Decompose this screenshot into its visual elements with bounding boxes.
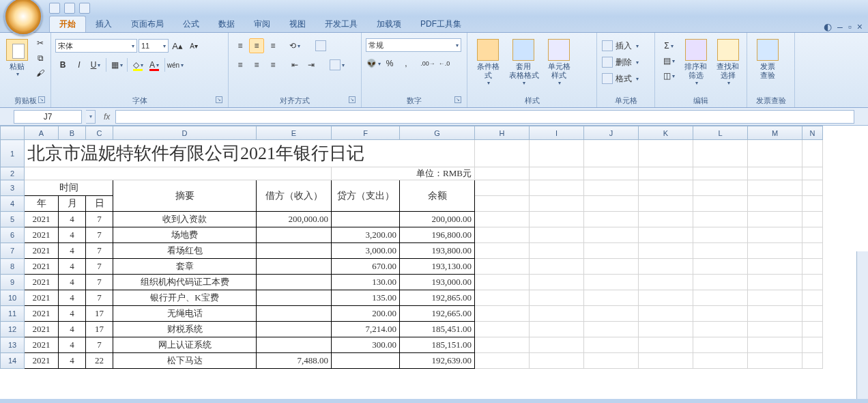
cell[interactable] (693, 212, 748, 227)
cell-balance[interactable]: 192,865.00 (400, 290, 475, 306)
cell-debit[interactable]: 200,000.00 (257, 212, 332, 227)
cell-day[interactable]: 7 (86, 227, 113, 243)
cell-day[interactable]: 7 (86, 337, 113, 353)
percent-button[interactable]: % (382, 56, 397, 71)
cell-summary[interactable]: 无绳电话 (113, 306, 257, 322)
font-color-button[interactable]: A▾ (147, 57, 162, 72)
align-top-button[interactable]: ≡ (233, 38, 248, 53)
minimize-ribbon-icon[interactable]: – (837, 21, 843, 32)
cell[interactable] (530, 275, 584, 290)
worksheet-grid[interactable]: ABCDEFGHIJKLMN1北京市温妮特软件有限公司2021年银行日记2单位：… (0, 126, 868, 399)
cell-month[interactable]: 4 (59, 290, 86, 306)
cell[interactable] (584, 243, 639, 259)
vertical-scrollbar[interactable] (856, 251, 868, 399)
tab-pdf[interactable]: PDF工具集 (411, 16, 471, 32)
cell-balance[interactable]: 193,000.00 (400, 275, 475, 290)
cell[interactable] (693, 227, 748, 243)
conditional-format-button[interactable]: 条件格式▾ (472, 36, 504, 89)
cell[interactable] (693, 290, 748, 306)
hdr-month[interactable]: 月 (59, 196, 86, 212)
cell[interactable] (530, 353, 584, 369)
cell[interactable] (584, 337, 639, 353)
cell-summary[interactable]: 财税系统 (113, 322, 257, 337)
cell-year[interactable]: 2021 (25, 353, 59, 369)
clear-button[interactable]: ◫▾ (659, 68, 678, 83)
row-header-14[interactable]: 14 (1, 353, 25, 369)
cell[interactable] (693, 196, 748, 212)
cell[interactable] (748, 212, 802, 227)
cell-balance[interactable]: 193,800.00 (400, 243, 475, 259)
sort-filter-button[interactable]: 排序和 筛选▾ (681, 36, 710, 89)
border-button[interactable]: ▦▾ (109, 57, 124, 72)
cell[interactable] (475, 275, 530, 290)
title-cell[interactable]: 北京市温妮特软件有限公司2021年银行日记 (25, 140, 475, 167)
cell[interactable] (584, 196, 639, 212)
cell[interactable] (802, 227, 823, 243)
cell[interactable] (639, 140, 693, 167)
cell[interactable] (748, 167, 802, 180)
format-as-table-button[interactable]: 套用 表格格式▾ (507, 36, 540, 89)
cell[interactable] (584, 180, 639, 196)
bold-button[interactable]: B (55, 57, 70, 72)
cell-credit[interactable]: 200.00 (332, 306, 400, 322)
align-center-button[interactable]: ≡ (249, 57, 264, 72)
comma-button[interactable]: , (399, 56, 414, 71)
cell[interactable] (475, 337, 530, 353)
cell-debit[interactable] (257, 275, 332, 290)
cell[interactable] (693, 306, 748, 322)
cell[interactable] (693, 322, 748, 337)
cell-debit[interactable] (257, 243, 332, 259)
cell[interactable] (530, 306, 584, 322)
cell[interactable] (802, 243, 823, 259)
cell[interactable] (584, 275, 639, 290)
cell[interactable] (748, 275, 802, 290)
autosum-button[interactable]: Σ▾ (659, 38, 678, 53)
cell[interactable] (475, 140, 530, 167)
cell[interactable] (748, 180, 802, 196)
tab-home[interactable]: 开始 (49, 16, 86, 32)
cell[interactable] (530, 337, 584, 353)
orientation-button[interactable]: ⟲▾ (287, 38, 302, 53)
cell-balance[interactable]: 193,130.00 (400, 259, 475, 275)
name-box-dropdown[interactable]: ▾ (86, 110, 96, 124)
cell-year[interactable]: 2021 (25, 290, 59, 306)
cell[interactable] (639, 259, 693, 275)
cell[interactable] (639, 243, 693, 259)
cell-summary[interactable]: 收到入资款 (113, 212, 257, 227)
cell[interactable] (475, 180, 530, 196)
restore-icon[interactable]: ▫ (848, 21, 852, 32)
row-header-9[interactable]: 9 (1, 275, 25, 290)
cell[interactable] (639, 212, 693, 227)
cell-year[interactable]: 2021 (25, 259, 59, 275)
cell[interactable] (802, 337, 823, 353)
tab-insert[interactable]: 插入 (86, 16, 121, 32)
row-header-8[interactable]: 8 (1, 259, 25, 275)
cell[interactable] (584, 140, 639, 167)
decrease-decimal-button[interactable]: ←.0 (437, 56, 452, 71)
cell-year[interactable]: 2021 (25, 306, 59, 322)
cell-summary[interactable]: 套章 (113, 259, 257, 275)
cell-debit[interactable] (257, 322, 332, 337)
tab-review[interactable]: 审阅 (244, 16, 280, 32)
unit-cell[interactable]: 单位：RMB元 (332, 167, 475, 180)
hdr-year[interactable]: 年 (25, 196, 59, 212)
cell[interactable] (584, 290, 639, 306)
cell[interactable] (530, 212, 584, 227)
cell[interactable] (475, 196, 530, 212)
cell-month[interactable]: 4 (59, 306, 86, 322)
delete-cells-button[interactable]: 删除▾ (601, 55, 649, 70)
cell-balance[interactable]: 196,800.00 (400, 227, 475, 243)
italic-button[interactable]: I (72, 57, 87, 72)
format-painter-button[interactable]: 🖌 (33, 66, 48, 81)
cell-day[interactable]: 7 (86, 243, 113, 259)
cell-debit[interactable] (257, 227, 332, 243)
cell-month[interactable]: 4 (59, 212, 86, 227)
cell[interactable] (693, 243, 748, 259)
cell[interactable] (748, 337, 802, 353)
cell[interactable] (802, 140, 823, 167)
number-format-combo[interactable]: 常规▾ (366, 38, 461, 52)
cell[interactable] (530, 243, 584, 259)
cell-year[interactable]: 2021 (25, 337, 59, 353)
decrease-font-button[interactable]: A▾ (186, 38, 201, 53)
cell[interactable] (802, 322, 823, 337)
